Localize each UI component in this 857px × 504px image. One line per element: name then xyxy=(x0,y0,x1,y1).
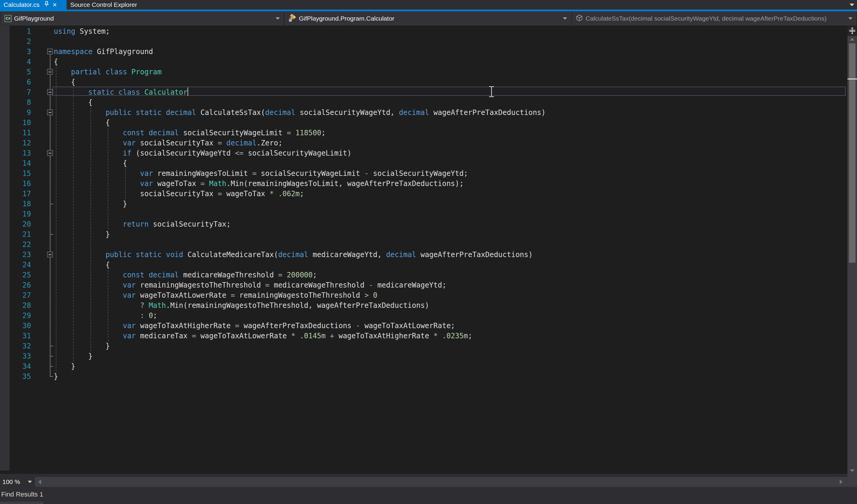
code-line: { xyxy=(54,118,110,128)
line-number: 5 xyxy=(10,67,31,77)
line-number: 29 xyxy=(10,310,31,321)
line-number: 27 xyxy=(10,290,31,300)
line-number: 4 xyxy=(10,57,31,67)
split-window-handle-icon[interactable] xyxy=(847,26,857,36)
type-dropdown[interactable]: GifPlayground.Program.Calculator xyxy=(285,13,570,24)
code-line: var wageToTaxAtHigherRate = wageAfterPre… xyxy=(54,321,455,331)
code-line: public static decimal CalculateSsTax(dec… xyxy=(54,107,545,118)
line-number: 1 xyxy=(10,26,31,36)
line-number: 25 xyxy=(10,270,31,280)
fold-outline-end-tick xyxy=(50,376,53,377)
line-number: 8 xyxy=(10,97,31,107)
fold-outline-end-tick xyxy=(50,234,53,235)
code-line: const decimal medicareWageThreshold = 20… xyxy=(54,270,317,280)
find-results-panel[interactable]: Find Results 1 xyxy=(0,487,857,504)
caret-position-marker xyxy=(847,79,857,80)
line-number: 34 xyxy=(10,361,31,371)
line-number: 22 xyxy=(10,239,31,250)
csharp-project-icon: C# xyxy=(4,15,12,22)
code-line: : 0; xyxy=(54,310,157,321)
fold-outline-line xyxy=(50,54,50,376)
code-line: var remainingWagestoTheThreshold = medic… xyxy=(54,280,447,290)
code-line: partial class Program xyxy=(54,67,162,77)
code-line: namespace GifPlayground xyxy=(54,47,153,57)
line-number: 9 xyxy=(10,107,31,118)
line-number: 2 xyxy=(10,36,31,47)
close-icon[interactable]: × xyxy=(53,1,57,9)
line-number: 13 xyxy=(10,148,31,158)
fold-toggle[interactable] xyxy=(47,252,53,257)
editor-bottom-gap xyxy=(0,474,847,477)
chevron-down-icon xyxy=(848,17,853,20)
member-dropdown[interactable]: CalculateSsTax(decimal socialSecurityWag… xyxy=(573,13,856,24)
line-number: 14 xyxy=(10,158,31,168)
line-number: 7 xyxy=(10,87,31,97)
line-number: 28 xyxy=(10,300,31,310)
fold-outline-end-tick xyxy=(50,366,53,367)
line-number: 26 xyxy=(10,280,31,290)
code-line: const decimal socialSecurityWageLimit = … xyxy=(54,128,325,138)
chevron-down-icon xyxy=(275,17,280,20)
method-icon xyxy=(575,14,583,23)
member-dropdown-label: CalculateSsTax(decimal socialSecurityWag… xyxy=(586,15,846,22)
type-dropdown-label: GifPlayground.Program.Calculator xyxy=(299,15,560,22)
fold-toggle[interactable] xyxy=(47,110,53,115)
fold-outline-end-tick xyxy=(50,346,53,346)
line-number: 15 xyxy=(10,168,31,179)
line-number: 11 xyxy=(10,128,31,138)
code-line: { xyxy=(54,97,93,107)
indicator-margin xyxy=(0,26,10,471)
scroll-left-arrow[interactable] xyxy=(38,480,41,484)
chevron-down-icon xyxy=(563,17,567,20)
window-list-dropdown-icon[interactable] xyxy=(850,4,854,6)
line-number: 10 xyxy=(10,118,31,128)
line-number: 16 xyxy=(10,179,31,189)
code-line: if (socialSecurityWageYtd <= socialSecur… xyxy=(54,148,351,158)
code-line: using System; xyxy=(54,26,110,36)
class-icon xyxy=(288,14,297,23)
code-line: } xyxy=(54,361,75,371)
code-line: } xyxy=(54,351,93,361)
tab-label: Calculator.cs xyxy=(4,1,39,9)
line-number: 6 xyxy=(10,77,31,87)
tab-source-control-explorer[interactable]: Source Control Explorer xyxy=(67,0,145,10)
vertical-scrollbar-thumb[interactable] xyxy=(849,43,856,263)
scroll-right-arrow[interactable] xyxy=(840,480,843,484)
text-caret xyxy=(187,87,188,96)
mouse-cursor-ibeam-icon xyxy=(487,85,496,99)
code-line: ? Math.Min(remainingWagestoTheThreshold,… xyxy=(54,300,429,310)
line-number: 31 xyxy=(10,331,31,341)
panel-title: Find Results 1 xyxy=(1,490,43,498)
code-line: { xyxy=(54,158,127,168)
fold-outline-end-tick xyxy=(50,356,53,356)
code-line: { xyxy=(54,77,75,87)
fold-toggle[interactable] xyxy=(47,89,53,95)
line-number: 32 xyxy=(10,341,31,351)
line-number: 19 xyxy=(10,209,31,219)
code-line: var wageToTaxAtLowerRate = remainingWage… xyxy=(54,290,377,300)
fold-toggle[interactable] xyxy=(47,69,53,74)
fold-outline-end-tick xyxy=(50,204,53,204)
tab-calculator-cs[interactable]: Calculator.cs × xyxy=(0,0,67,10)
code-line: } xyxy=(54,371,58,382)
zoom-level-dropdown[interactable]: 100 % xyxy=(0,477,35,487)
project-dropdown[interactable]: C# GifPlayground xyxy=(2,13,283,24)
code-line: { xyxy=(54,57,58,67)
code-line: static class Calculator xyxy=(54,87,187,97)
code-line: { xyxy=(54,260,110,270)
scroll-up-arrow[interactable] xyxy=(850,38,855,40)
code-line: } xyxy=(54,199,127,209)
vertical-scrollbar[interactable] xyxy=(847,26,857,477)
line-number: 20 xyxy=(10,219,31,229)
horizontal-scrollbar[interactable]: 100 % xyxy=(0,477,857,487)
pin-icon[interactable] xyxy=(44,1,50,9)
scroll-down-arrow[interactable] xyxy=(850,469,855,472)
code-line: socialSecurityTax = wageToTax * .062m; xyxy=(54,189,304,199)
fold-toggle[interactable] xyxy=(47,49,53,54)
line-number: 33 xyxy=(10,351,31,361)
fold-toggle[interactable] xyxy=(47,150,53,156)
tab-label: Source Control Explorer xyxy=(70,1,137,9)
project-dropdown-label: GifPlayground xyxy=(14,15,273,22)
code-editor[interactable]: 1using System;23namespace GifPlayground4… xyxy=(0,26,847,474)
code-line: var wageToTax = Math.Min(remainingWagesT… xyxy=(54,179,464,189)
